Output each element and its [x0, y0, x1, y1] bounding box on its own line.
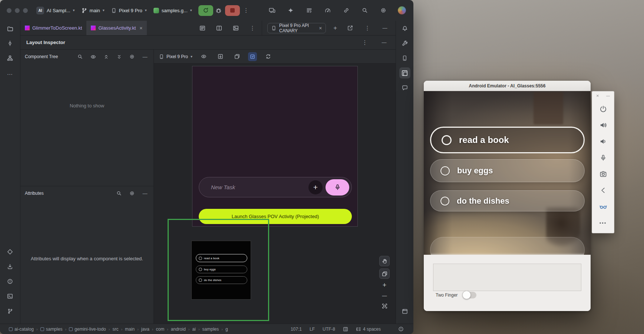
copy-snapshot-button[interactable] [231, 51, 242, 62]
tab-glassesactivity[interactable]: GlassesActivity.kt × [86, 21, 147, 35]
inspections-status-icon[interactable] [398, 326, 404, 332]
hide-panel-button[interactable]: — [379, 23, 390, 33]
commit-tool-button[interactable] [4, 38, 16, 49]
tab-glimmertodoscreen[interactable]: GlimmerToDoScreen.kt [20, 21, 86, 35]
two-finger-toggle[interactable] [463, 292, 476, 298]
profile-avatar-button[interactable] [396, 5, 407, 16]
indent-widget[interactable]: 4 spaces [356, 327, 381, 332]
expand-all-icon[interactable] [102, 51, 110, 62]
breadcrumb-item[interactable]: samples [40, 327, 63, 332]
mirror-display-button[interactable] [267, 5, 278, 16]
microphone-button[interactable] [600, 154, 607, 161]
volume-down-button[interactable] [600, 138, 607, 145]
device-manager-button[interactable] [399, 53, 410, 64]
stop-button[interactable] [225, 5, 240, 16]
new-task-input[interactable]: New Task + [199, 177, 352, 197]
terminal-tool-button[interactable] [4, 291, 16, 302]
project-tool-button[interactable] [4, 23, 16, 34]
zoom-out-button[interactable]: — [382, 291, 387, 300]
open-in-window-button[interactable] [344, 23, 356, 33]
breadcrumb-item[interactable]: java [141, 327, 149, 332]
layers-button[interactable] [379, 268, 390, 279]
breadcrumb-item[interactable]: com [156, 327, 164, 332]
code-view-button[interactable] [197, 23, 208, 33]
problems-tool-button[interactable] [4, 276, 16, 287]
breadcrumb-item[interactable]: ai-catalog [9, 327, 34, 332]
add-device-button[interactable]: + [331, 23, 340, 33]
glasses-projected-screen[interactable]: read a book buy eggs do the dishes [191, 241, 251, 300]
gear-icon[interactable] [128, 51, 136, 62]
column-guides-icon[interactable] [343, 327, 348, 332]
logcat-button[interactable] [304, 5, 315, 16]
run-options-button[interactable]: ⋮ [241, 5, 252, 16]
build-tool-button[interactable] [399, 38, 410, 49]
layout-inspector-toggle-button[interactable] [399, 306, 410, 317]
touchpad-area[interactable] [433, 264, 581, 291]
power-button[interactable] [600, 106, 607, 113]
panel-more-button[interactable]: ⋮ [362, 23, 373, 33]
close-toolbar-icon[interactable]: × [596, 93, 599, 98]
layout-inspector-tool-button[interactable] [399, 67, 410, 79]
minimize-toolbar-icon[interactable]: — [606, 94, 610, 98]
mini-todo-item[interactable]: do the dishes [196, 276, 247, 284]
close-device-tab-icon[interactable]: × [319, 26, 322, 31]
launch-glasses-pov-button[interactable]: Launch Glasses POV Activity (Projected) [199, 209, 352, 224]
settings-gear-button[interactable] [378, 5, 389, 16]
live-updates-toggle-button[interactable] [248, 52, 257, 61]
profiler-button[interactable] [322, 5, 333, 16]
running-device-tab[interactable]: Pixel 9 Pro API CANARY × [267, 23, 326, 33]
debug-button[interactable] [213, 5, 224, 16]
breadcrumb-item[interactable]: main [125, 327, 135, 332]
project-selector[interactable]: AI AI Sampl... ▾ [33, 5, 78, 16]
refresh-preview-button[interactable] [262, 51, 274, 62]
search-icon[interactable] [76, 51, 84, 62]
panel-options-button[interactable]: ⋮ [359, 37, 370, 48]
phone-screen-preview[interactable]: New Task + Launch Glasses POV Activity (… [192, 66, 358, 227]
pan-hand-button[interactable] [379, 256, 390, 266]
breadcrumb-item[interactable]: samples [202, 327, 219, 332]
rerun-button[interactable] [198, 5, 213, 16]
run-config-selector[interactable]: samples.g... ▾ [150, 6, 195, 15]
breadcrumb-item[interactable]: android [171, 327, 186, 332]
version-control-tool-button[interactable] [4, 305, 16, 317]
more-tools-button[interactable]: … [4, 67, 16, 79]
device-link-button[interactable] [341, 5, 352, 16]
add-task-button[interactable]: + [308, 180, 323, 194]
hide-section-icon[interactable]: — [141, 51, 149, 62]
breadcrumb-item[interactable]: gemini-live-todo [69, 327, 106, 332]
preview-canvas[interactable]: New Task + Launch Glasses POV Activity (… [154, 64, 396, 324]
breadcrumb-item[interactable]: src [112, 327, 118, 332]
zoom-window-button[interactable] [23, 8, 28, 13]
todo-item[interactable]: buy eggs [430, 159, 585, 182]
emulator-titlebar[interactable]: Android Emulator - AI_Glasses:5556 [424, 81, 591, 91]
volume-up-button[interactable] [600, 122, 607, 129]
glasses-button[interactable] [599, 203, 607, 210]
breadcrumb-item[interactable]: g [225, 327, 228, 332]
camera-button[interactable] [600, 171, 607, 178]
back-button[interactable] [600, 187, 607, 194]
visibility-eye-icon[interactable] [89, 51, 97, 62]
caret-position-widget[interactable]: 107:1 [291, 327, 302, 332]
more-options-button[interactable]: ••• [600, 220, 607, 226]
breadcrumb-item[interactable]: ai [192, 327, 196, 332]
search-everywhere-button[interactable] [359, 5, 370, 16]
zoom-to-fit-button[interactable] [382, 302, 387, 310]
search-icon[interactable] [115, 188, 123, 199]
structure-tool-button[interactable] [4, 53, 16, 64]
hide-section-icon[interactable]: — [141, 188, 149, 199]
panel-minimize-button[interactable]: — [379, 37, 390, 48]
toggle-overlay-eye-button[interactable] [198, 51, 209, 62]
minimize-window-button[interactable] [15, 8, 20, 13]
vcs-branch-selector[interactable]: main ▾ [78, 6, 108, 15]
zoom-in-button[interactable]: + [383, 281, 387, 289]
export-snapshot-button[interactable] [215, 51, 226, 62]
collapse-all-icon[interactable] [115, 51, 123, 62]
gemini-spark-button[interactable] [285, 5, 296, 16]
mini-todo-item[interactable]: buy eggs [196, 265, 247, 273]
close-tab-icon[interactable]: × [139, 26, 142, 31]
gemini-chat-button[interactable] [399, 82, 410, 93]
encoding-widget[interactable]: UTF-8 [323, 327, 335, 332]
target-device-selector[interactable]: Pixel 9 Pro ▾ [108, 6, 150, 15]
voice-input-button[interactable] [326, 179, 349, 196]
todo-item[interactable]: do the dishes [430, 190, 585, 211]
